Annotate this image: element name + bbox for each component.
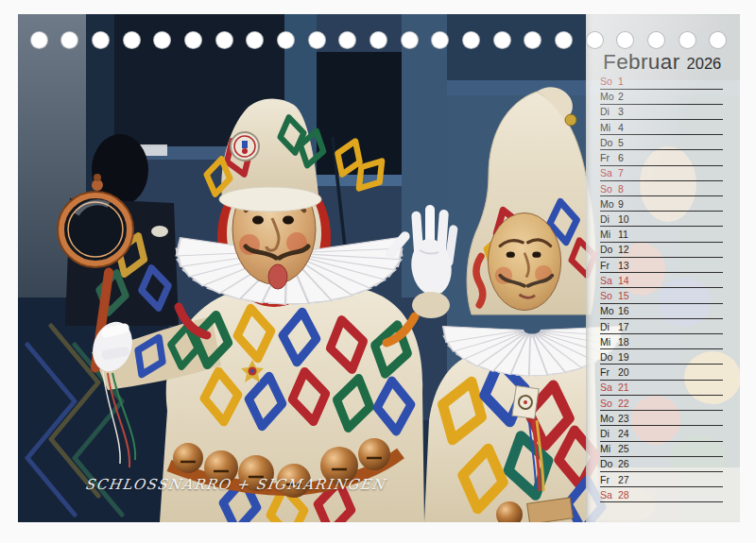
day-weekday: Mo: [600, 414, 618, 424]
day-number: 4: [618, 123, 624, 133]
day-row: Di3: [600, 105, 723, 120]
day-weekday: Mo: [600, 306, 618, 316]
day-number: 24: [618, 429, 629, 439]
day-weekday: Di: [600, 107, 618, 117]
day-number: 17: [618, 322, 629, 332]
day-row: Di24: [600, 426, 723, 441]
day-weekday: So: [600, 399, 618, 409]
day-row: Mo23: [600, 411, 723, 426]
day-row: Sa28: [600, 487, 723, 502]
day-list: So1Mo2Di3Mi4Do5Fr6Sa7So8Mo9Di10Mi11Do12F…: [600, 74, 723, 502]
day-number: 26: [618, 459, 629, 469]
day-weekday: Fr: [600, 475, 618, 485]
day-weekday: Do: [600, 352, 618, 363]
day-number: 5: [618, 138, 624, 148]
hood-bell: [565, 114, 576, 126]
day-number: 19: [618, 352, 629, 363]
day-weekday: Sa: [600, 382, 618, 393]
day-weekday: So: [600, 291, 618, 301]
day-row: Fr27: [600, 472, 723, 487]
day-row: So8: [600, 181, 723, 196]
day-number: 27: [618, 475, 629, 485]
day-weekday: Di: [600, 322, 618, 332]
day-weekday: Sa: [600, 490, 618, 501]
day-row: Do26: [600, 457, 723, 472]
day-number: 28: [618, 490, 629, 501]
photo-caption: SCHLOSSNARRO + SIGMARINGEN: [84, 476, 387, 493]
day-weekday: Fr: [600, 261, 618, 271]
day-number: 13: [618, 261, 629, 271]
day-row: So22: [600, 396, 723, 411]
day-row: Mo16: [600, 304, 723, 319]
day-row: Sa21: [600, 381, 723, 396]
day-weekday: So: [600, 76, 618, 87]
day-weekday: Do: [600, 459, 618, 469]
day-row: Mi25: [600, 442, 723, 457]
day-row: Fr20: [600, 365, 723, 380]
day-row: Do12: [600, 243, 723, 258]
day-weekday: Do: [600, 138, 618, 148]
calendar-page: SCHLOSSNARRO + SIGMARINGEN Februar 2026 …: [0, 0, 756, 543]
calendar-title: Februar 2026: [603, 50, 721, 75]
day-number: 10: [618, 214, 629, 225]
day-weekday: Mi: [600, 444, 618, 454]
day-row: Di17: [600, 319, 723, 334]
day-weekday: Mo: [600, 92, 618, 102]
day-weekday: Sa: [600, 168, 618, 178]
day-weekday: Mi: [600, 229, 618, 240]
day-number: 11: [618, 229, 628, 240]
day-number: 23: [618, 414, 629, 424]
day-number: 20: [618, 367, 629, 378]
day-weekday: Sa: [600, 276, 618, 286]
day-row: Fr13: [600, 258, 723, 273]
day-weekday: Mo: [600, 199, 618, 210]
day-weekday: Fr: [600, 153, 618, 163]
day-number: 22: [618, 399, 629, 409]
day-number: 18: [618, 337, 629, 348]
day-row: Do5: [600, 135, 723, 150]
day-row: Mi11: [600, 227, 723, 242]
day-number: 7: [618, 168, 624, 178]
day-number: 21: [618, 382, 629, 393]
day-number: 14: [618, 276, 629, 286]
day-row: Mo9: [600, 196, 723, 212]
day-number: 6: [618, 153, 624, 163]
day-number: 8: [618, 184, 624, 195]
day-weekday: Di: [600, 429, 618, 439]
calendar-year: 2026: [687, 55, 722, 73]
day-number: 3: [618, 107, 624, 117]
day-weekday: So: [600, 184, 618, 195]
day-number: 12: [618, 245, 629, 255]
day-weekday: Do: [600, 245, 618, 255]
day-weekday: Mi: [600, 337, 618, 348]
day-number: 1: [618, 76, 624, 87]
day-row: Sa14: [600, 273, 723, 288]
day-number: 2: [618, 92, 624, 102]
day-row: Mo2: [600, 90, 723, 105]
day-weekday: Mi: [600, 123, 618, 133]
day-weekday: Di: [600, 214, 618, 225]
body-badge: [512, 385, 539, 418]
calendar-month: Februar: [603, 50, 680, 75]
day-row: Di10: [600, 212, 723, 227]
day-row: Sa7: [600, 166, 723, 181]
day-number: 9: [618, 199, 624, 210]
day-row: Do19: [600, 349, 723, 365]
day-row: So1: [600, 74, 723, 89]
day-row: So15: [600, 288, 723, 303]
day-number: 15: [618, 291, 629, 301]
cap-badge: [231, 132, 259, 161]
day-weekday: Fr: [600, 367, 618, 378]
day-row: Fr6: [600, 150, 723, 165]
day-row: Mi4: [600, 120, 723, 135]
day-number: 16: [618, 306, 629, 316]
calendar-panel: Februar 2026 So1Mo2Di3Mi4Do5Fr6Sa7So8Mo9…: [586, 14, 740, 522]
day-row: Mi18: [600, 334, 723, 349]
day-number: 25: [618, 444, 629, 454]
